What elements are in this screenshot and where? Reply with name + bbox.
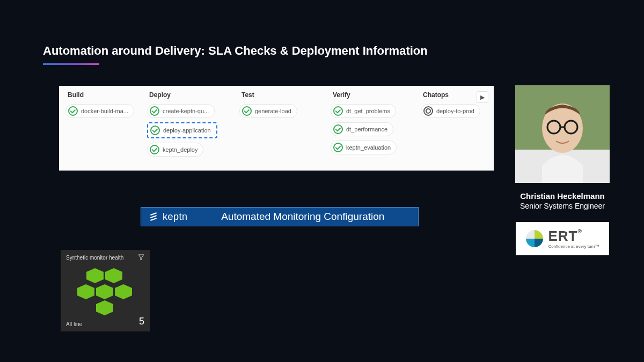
keptn-banner: keptn Automated Monitoring Configuration	[141, 207, 419, 226]
step-docker-build[interactable]: docker-build-ma...	[65, 104, 134, 118]
hex-icon	[105, 268, 122, 283]
syn-title: Synthetic monitor health	[66, 255, 123, 261]
keptn-brand-text: keptn	[163, 211, 188, 223]
step-label: keptn_evaluation	[346, 144, 391, 151]
filter-icon[interactable]	[138, 254, 144, 261]
delivery-pipeline: ▶ Build docker-build-ma... Deploy create…	[59, 86, 494, 171]
step-label: dt_performance	[346, 126, 387, 132]
hex-icon	[96, 300, 113, 315]
synthetic-monitor-tile[interactable]: Synthetic monitor health All fine 5	[61, 250, 150, 331]
syn-count: 5	[139, 316, 144, 327]
check-icon	[150, 125, 160, 135]
stage-header: Chatops	[421, 91, 491, 99]
step-create-keptn[interactable]: create-keptn-qu...	[147, 104, 215, 118]
step-label: docker-build-ma...	[81, 108, 128, 114]
stage-chatops: Chatops deploy-to-prod	[421, 91, 491, 165]
step-label: generate-load	[255, 108, 291, 114]
step-dt-get-problems[interactable]: dt_get_problems	[331, 104, 396, 118]
step-label: keptn_deploy	[163, 146, 197, 153]
stage-header: Deploy	[147, 91, 239, 99]
check-icon	[68, 106, 78, 116]
svg-rect-1	[150, 215, 157, 218]
svg-rect-2	[150, 218, 157, 221]
step-label: deploy-application	[163, 127, 211, 134]
step-label: deploy-to-prod	[436, 108, 474, 114]
hex-icon	[115, 284, 132, 299]
hex-icon	[96, 284, 113, 299]
title-underline	[43, 63, 99, 65]
speaker-photo	[515, 85, 610, 183]
check-icon	[150, 106, 159, 116]
speaker-panel: Christian Heckelmann Senior Systems Engi…	[515, 85, 610, 255]
step-keptn-deploy[interactable]: keptn_deploy	[147, 143, 203, 157]
hex-cluster	[66, 264, 144, 316]
slide-title: Automation around Delivery: SLA Checks &…	[43, 44, 428, 58]
stage-verify: Verify dt_get_problems dt_performance ke…	[331, 91, 421, 165]
step-label: create-keptn-qu...	[163, 108, 209, 114]
keptn-icon	[149, 211, 159, 222]
step-dt-performance[interactable]: dt_performance	[331, 122, 393, 136]
ert-tagline: Confidence at every turn™	[548, 245, 599, 249]
stage-header: Build	[65, 91, 147, 99]
step-label: dt_get_problems	[346, 108, 390, 114]
ert-name: ERT®	[548, 229, 582, 243]
gear-icon	[423, 106, 433, 116]
keptn-banner-text: Automated Monitoring Configuration	[195, 211, 411, 223]
step-generate-load[interactable]: generate-load	[239, 104, 297, 118]
stage-test: Test generate-load	[239, 91, 331, 165]
check-icon	[333, 106, 343, 116]
stage-deploy: Deploy create-keptn-qu... deploy-applica…	[147, 91, 239, 165]
step-keptn-evaluation[interactable]: keptn_evaluation	[331, 141, 397, 154]
syn-status: All fine	[66, 321, 82, 327]
keptn-logo: keptn	[149, 211, 188, 223]
ert-mark-icon	[525, 230, 544, 248]
stage-header: Test	[239, 91, 331, 99]
speaker-name: Christian Heckelmann	[515, 191, 610, 201]
hex-icon	[77, 284, 94, 299]
check-icon	[333, 143, 343, 152]
stage-build: Build docker-build-ma...	[65, 91, 147, 165]
check-icon	[242, 106, 252, 116]
check-icon	[150, 145, 159, 154]
svg-rect-0	[150, 212, 157, 216]
step-deploy-application[interactable]: deploy-application	[147, 122, 217, 138]
stage-header: Verify	[331, 91, 421, 99]
ert-logo: ERT® Confidence at every turn™	[516, 222, 609, 255]
speaker-role: Senior Systems Engineer	[515, 202, 610, 210]
step-deploy-to-prod[interactable]: deploy-to-prod	[421, 104, 480, 118]
hex-icon	[86, 268, 104, 283]
check-icon	[333, 124, 343, 134]
